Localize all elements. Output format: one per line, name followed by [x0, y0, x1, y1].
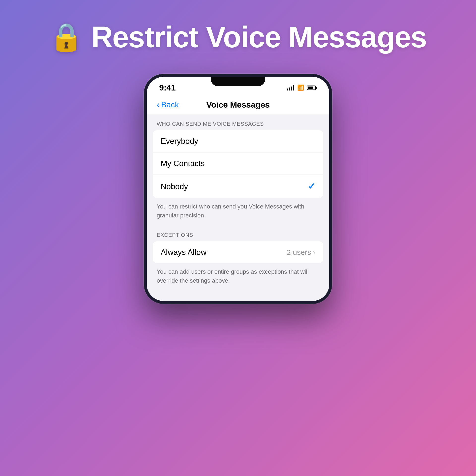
back-chevron-icon: ‹: [157, 100, 160, 109]
who-can-send-group: Everybody My Contacts Nobody ✓: [153, 130, 323, 198]
lock-icon: 🔒: [49, 21, 83, 53]
content-area: WHO CAN SEND ME VOICE MESSAGES Everybody…: [147, 115, 329, 301]
always-allow-label: Always Allow: [161, 248, 207, 257]
status-time: 9:41: [159, 83, 176, 92]
always-allow-count: 2 users: [287, 248, 311, 257]
checkmark-icon: ✓: [308, 181, 315, 192]
exceptions-section-label: EXCEPTIONS: [147, 226, 329, 241]
chevron-right-icon: ›: [313, 248, 315, 256]
exceptions-description: You can add users or entire groups as ex…: [147, 263, 329, 291]
exceptions-group: Always Allow 2 users ›: [153, 241, 323, 263]
phone-screen: 9:41 📶 ‹: [147, 77, 329, 301]
everybody-label: Everybody: [161, 137, 198, 146]
my-contacts-label: My Contacts: [161, 159, 205, 168]
who-can-send-section-label: WHO CAN SEND ME VOICE MESSAGES: [147, 115, 329, 130]
my-contacts-row[interactable]: My Contacts: [153, 152, 323, 175]
page-main-title: Restrict Voice Messages: [91, 20, 426, 54]
header-row: 🔒 Restrict Voice Messages: [49, 20, 426, 54]
always-allow-row[interactable]: Always Allow 2 users ›: [153, 241, 323, 263]
nobody-label: Nobody: [161, 182, 188, 191]
page-wrapper: 🔒 Restrict Voice Messages 9:41 📶: [0, 0, 476, 476]
always-allow-value-group: 2 users ›: [287, 248, 315, 257]
who-can-send-description: You can restrict who can send you Voice …: [147, 198, 329, 226]
nobody-row[interactable]: Nobody ✓: [153, 175, 323, 198]
notch: [211, 77, 265, 86]
phone-mockup: 9:41 📶 ‹: [144, 74, 332, 304]
back-button[interactable]: ‹ Back: [157, 100, 179, 109]
status-bar: 9:41 📶: [147, 77, 329, 95]
everybody-row[interactable]: Everybody: [153, 130, 323, 152]
nav-title: Voice Messages: [206, 100, 270, 110]
signal-icon: [287, 85, 294, 90]
battery-icon: [307, 86, 317, 90]
nav-bar: ‹ Back Voice Messages: [147, 95, 329, 115]
back-label[interactable]: Back: [161, 100, 179, 109]
status-icons: 📶: [287, 85, 317, 91]
wifi-icon: 📶: [297, 85, 304, 91]
